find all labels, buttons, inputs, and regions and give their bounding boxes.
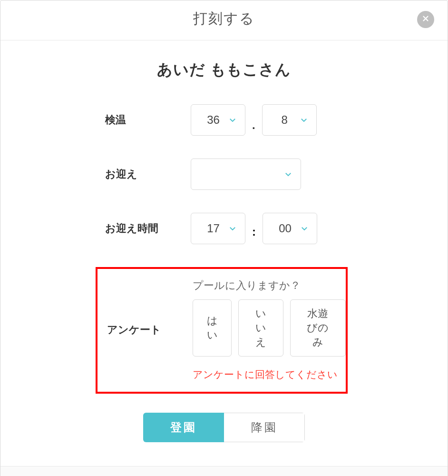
attendance-toggle-row: 登園 降園 <box>0 413 448 442</box>
chevron-down-icon <box>283 169 293 179</box>
pickup-controls <box>191 159 301 190</box>
survey-option-yes[interactable]: はい <box>193 299 232 357</box>
pickup-minute-value: 00 <box>274 222 296 235</box>
temperature-whole-select[interactable]: 36 <box>191 104 245 136</box>
chevron-down-icon <box>299 115 309 125</box>
survey-block: アンケート プールに入りますか？ はい いいえ 水遊びのみ アンケートに回答して… <box>96 267 348 394</box>
pickup-hour-value: 17 <box>203 222 224 235</box>
temperature-decimal-select[interactable]: 8 <box>262 104 317 136</box>
temperature-label: 検温 <box>105 113 191 127</box>
toggle-arrive[interactable]: 登園 <box>143 413 224 442</box>
survey-error: アンケートに回答してください <box>193 368 346 381</box>
modal-header: 打刻する <box>0 0 448 40</box>
pickup-time-row: お迎え時間 17 : 00 <box>0 213 448 244</box>
pickup-hour-select[interactable]: 17 <box>191 213 245 244</box>
pickup-time-controls: 17 : 00 <box>191 213 317 244</box>
modal: 打刻する あいだ ももこさん 検温 36 . 8 <box>0 0 448 476</box>
survey-label: アンケート <box>107 323 193 337</box>
close-button[interactable] <box>417 11 434 28</box>
modal-footer: 打刻する <box>0 466 448 476</box>
pickup-time-label: お迎え時間 <box>105 221 191 236</box>
temperature-decimal-value: 8 <box>274 113 295 127</box>
temperature-row: 検温 36 . 8 <box>0 104 448 136</box>
person-name: あいだ ももこさん <box>0 60 448 80</box>
attendance-toggle: 登園 降園 <box>143 413 305 442</box>
survey-options: はい いいえ 水遊びのみ <box>193 299 346 357</box>
chevron-down-icon <box>228 224 237 233</box>
pickup-select[interactable] <box>191 159 301 190</box>
survey-option-wateronly[interactable]: 水遊びのみ <box>290 299 346 357</box>
close-icon <box>421 14 430 25</box>
temperature-controls: 36 . 8 <box>191 104 317 136</box>
survey-question: プールに入りますか？ <box>193 278 346 293</box>
chevron-down-icon <box>300 224 309 233</box>
survey-content: プールに入りますか？ はい いいえ 水遊びのみ アンケートに回答してください <box>193 278 346 381</box>
pickup-time-separator: : <box>252 225 256 244</box>
pickup-label: お迎え <box>105 167 191 181</box>
modal-body: あいだ ももこさん 検温 36 . 8 <box>0 40 448 466</box>
pickup-minute-select[interactable]: 00 <box>263 213 317 244</box>
temperature-separator: . <box>252 119 255 136</box>
modal-title: 打刻する <box>193 10 255 26</box>
temperature-whole-value: 36 <box>203 113 224 127</box>
survey-option-no[interactable]: いいえ <box>238 299 283 357</box>
chevron-down-icon <box>228 115 237 125</box>
pickup-row: お迎え <box>0 159 448 190</box>
toggle-leave[interactable]: 降園 <box>224 413 305 442</box>
